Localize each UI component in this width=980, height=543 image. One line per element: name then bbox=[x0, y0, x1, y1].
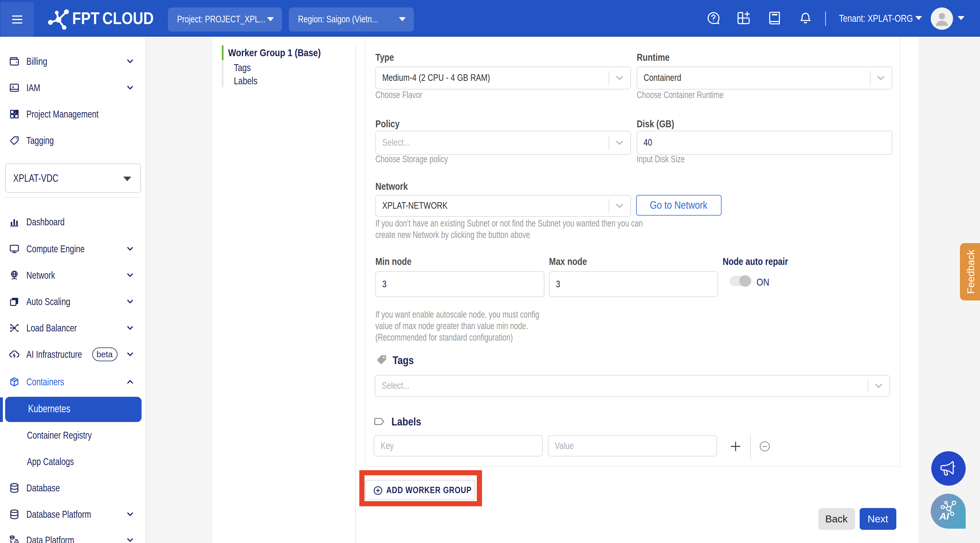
svg-text:AI: AI bbox=[939, 510, 949, 521]
